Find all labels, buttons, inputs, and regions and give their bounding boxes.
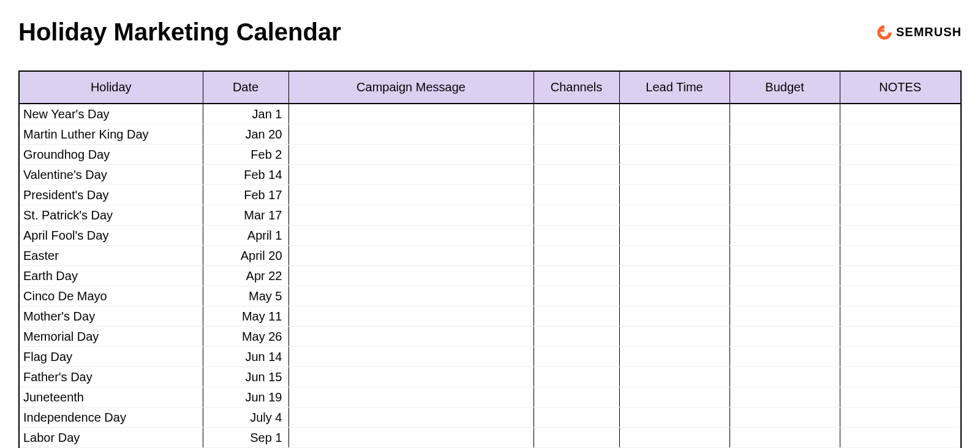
cell-holiday: New Year's Day [19, 104, 203, 124]
cell-holiday: Mother's Day [19, 306, 203, 327]
cell-date: Jun 15 [203, 367, 288, 387]
cell-holiday: Juneteenth [19, 387, 203, 408]
cell-date: Jan 1 [203, 104, 288, 124]
cell-lead-time [619, 124, 729, 145]
cell-date: April 1 [203, 226, 288, 246]
cell-lead-time [619, 408, 729, 428]
cell-notes [840, 387, 961, 408]
cell-campaign [288, 306, 533, 327]
cell-notes [840, 347, 961, 367]
cell-notes [840, 367, 961, 387]
table-row: Labor DaySep 1 [19, 428, 961, 448]
cell-budget [729, 266, 840, 286]
cell-date: May 26 [203, 327, 288, 347]
col-header-date: Date [203, 71, 288, 104]
cell-lead-time [619, 246, 729, 266]
cell-budget [729, 124, 840, 145]
table-row: Martin Luther King DayJan 20 [19, 124, 961, 145]
cell-budget [729, 205, 840, 226]
page-title: Holiday Marketing Calendar [18, 18, 341, 46]
cell-channels [533, 286, 619, 306]
cell-date: April 20 [203, 246, 288, 266]
cell-date: Jun 14 [203, 347, 288, 367]
cell-budget [729, 306, 840, 327]
cell-date: Feb 14 [203, 165, 288, 185]
cell-channels [533, 226, 619, 246]
table-header-row: Holiday Date Campaign Message Channels L… [19, 71, 961, 104]
table-row: EasterApril 20 [19, 246, 961, 266]
cell-campaign [288, 266, 533, 286]
cell-campaign [288, 226, 533, 246]
cell-notes [840, 408, 961, 428]
cell-lead-time [619, 367, 729, 387]
table-row: St. Patrick's DayMar 17 [19, 205, 961, 226]
cell-lead-time [619, 306, 729, 327]
table-row: Earth DayApr 22 [19, 266, 961, 286]
cell-channels [533, 185, 619, 205]
col-header-budget: Budget [729, 71, 840, 104]
cell-notes [840, 165, 961, 185]
cell-holiday: Easter [19, 246, 203, 266]
cell-budget [729, 347, 840, 367]
cell-budget [729, 246, 840, 266]
cell-channels [533, 104, 619, 124]
cell-campaign [288, 124, 533, 145]
cell-channels [533, 165, 619, 185]
cell-date: Mar 17 [203, 205, 288, 226]
cell-notes [840, 246, 961, 266]
cell-lead-time [619, 185, 729, 205]
col-header-holiday: Holiday [19, 71, 203, 104]
cell-notes [840, 185, 961, 205]
cell-campaign [288, 327, 533, 347]
cell-notes [840, 145, 961, 165]
cell-notes [840, 104, 961, 124]
table-row: Mother's DayMay 11 [19, 306, 961, 327]
cell-notes [840, 306, 961, 327]
cell-date: Feb 2 [203, 145, 288, 165]
cell-channels [533, 327, 619, 347]
cell-channels [533, 408, 619, 428]
cell-notes [840, 226, 961, 246]
header: Holiday Marketing Calendar SEMRUSH [18, 18, 962, 46]
cell-holiday: Father's Day [19, 367, 203, 387]
cell-lead-time [619, 387, 729, 408]
cell-channels [533, 347, 619, 367]
cell-date: Apr 22 [203, 266, 288, 286]
cell-date: May 11 [203, 306, 288, 327]
cell-budget [729, 327, 840, 347]
table-row: Flag DayJun 14 [19, 347, 961, 367]
cell-lead-time [619, 428, 729, 448]
cell-lead-time [619, 286, 729, 306]
cell-date: July 4 [203, 408, 288, 428]
table-row: JuneteenthJun 19 [19, 387, 961, 408]
cell-channels [533, 145, 619, 165]
cell-budget [729, 408, 840, 428]
cell-date: Feb 17 [203, 185, 288, 205]
cell-campaign [288, 246, 533, 266]
cell-holiday: President's Day [19, 185, 203, 205]
cell-lead-time [619, 104, 729, 124]
cell-lead-time [619, 226, 729, 246]
cell-budget [729, 145, 840, 165]
col-header-campaign: Campaign Message [288, 71, 533, 104]
cell-campaign [288, 367, 533, 387]
table-row: April Fool's DayApril 1 [19, 226, 961, 246]
cell-holiday: April Fool's Day [19, 226, 203, 246]
flame-icon [876, 25, 892, 40]
cell-lead-time [619, 205, 729, 226]
cell-notes [840, 124, 961, 145]
cell-notes [840, 266, 961, 286]
brand-logo: SEMRUSH [876, 25, 962, 40]
cell-channels [533, 266, 619, 286]
cell-date: Jun 19 [203, 387, 288, 408]
cell-budget [729, 428, 840, 448]
col-header-notes: NOTES [840, 71, 961, 104]
col-header-channels: Channels [533, 71, 619, 104]
table-row: Valentine's DayFeb 14 [19, 165, 961, 185]
cell-date: May 5 [203, 286, 288, 306]
cell-channels [533, 246, 619, 266]
cell-channels [533, 124, 619, 145]
calendar-table: Holiday Date Campaign Message Channels L… [18, 70, 962, 448]
cell-campaign [288, 104, 533, 124]
cell-budget [729, 367, 840, 387]
